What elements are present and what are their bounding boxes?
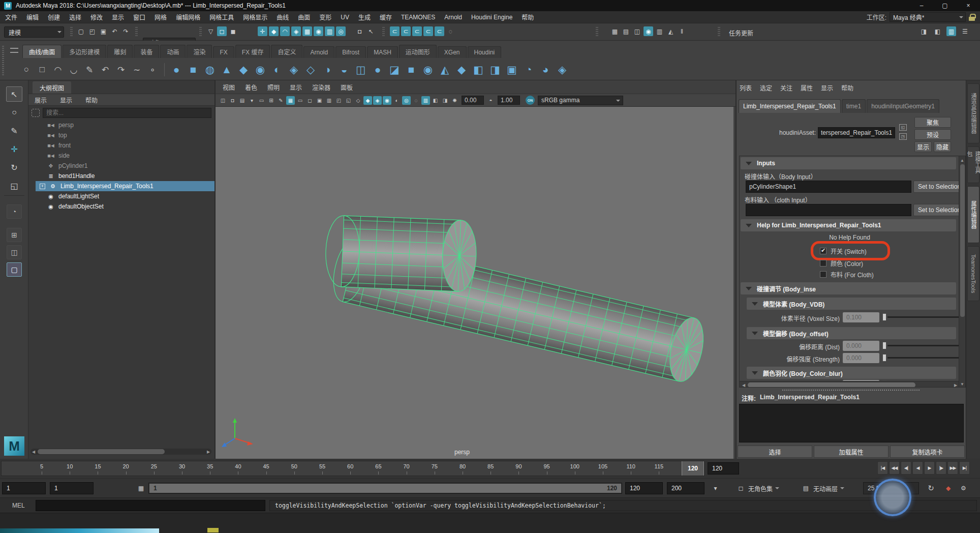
menu-curves[interactable]: 曲线 <box>277 13 289 21</box>
film-gate-icon[interactable]: ▭ <box>296 96 304 105</box>
shelf-tab-bifrost[interactable]: Bifrost <box>335 46 366 58</box>
extrude-icon[interactable]: ◑ <box>321 64 333 76</box>
undo-icon[interactable]: ↶ <box>110 26 119 36</box>
mel-label[interactable]: MEL <box>12 502 25 509</box>
offset-strength-slider-track[interactable] <box>887 357 959 359</box>
sculpt-surface-icon[interactable]: ◔ <box>523 64 535 76</box>
scroll-left-icon[interactable]: ◀ <box>741 382 747 388</box>
menu-cache[interactable]: 缓存 <box>380 13 392 21</box>
focus-button[interactable]: 聚焦 <box>914 117 951 128</box>
step-forward-frame-button[interactable]: ▶▶ <box>947 461 958 475</box>
animation-start-field[interactable]: 1 <box>2 482 46 494</box>
scroll-right-icon[interactable]: ▶ <box>205 449 211 455</box>
select-camera-icon[interactable]: ◫ <box>219 96 227 105</box>
ipr-render-icon[interactable]: ▤ <box>621 26 631 36</box>
menu-surfaces[interactable]: 曲面 <box>298 13 310 21</box>
revolve-icon[interactable]: ◐ <box>271 64 283 76</box>
lock-camera-icon[interactable]: ◘ <box>228 96 237 105</box>
outliner-menu-help[interactable]: 帮助 <box>85 96 98 104</box>
scroll-right-icon[interactable]: ▶ <box>953 382 959 388</box>
ae-tab-houdiniinputgeometry1[interactable]: houdiniInputGeometry1 <box>867 99 939 113</box>
ep-curve-icon[interactable]: ◡ <box>68 64 80 76</box>
workspace-dropdown[interactable]: Maya 经典* <box>890 12 966 22</box>
hide-button[interactable]: 隐藏 <box>934 141 951 152</box>
panel-menu-show[interactable]: 显示 <box>290 83 302 92</box>
panel-menu-shading[interactable]: 着色 <box>245 83 257 92</box>
loft-icon[interactable]: ◈ <box>288 64 300 76</box>
tab-attribute-editor[interactable]: 属性编辑器 <box>967 186 979 243</box>
ae-menu-selected[interactable]: 选定 <box>760 83 772 92</box>
maximize-button[interactable]: ▢ <box>933 0 957 11</box>
nurbs-circle-icon[interactable]: ○ <box>20 64 33 76</box>
arc-2pt-icon[interactable]: ↶ <box>99 64 111 76</box>
trim-tool-icon[interactable]: ◧ <box>472 64 484 76</box>
go-to-start-button[interactable]: |◀ <box>877 461 888 475</box>
render-settings-icon[interactable]: ◫ <box>632 26 642 36</box>
field-chart-icon[interactable]: ▥ <box>325 96 333 105</box>
mask-rendering-icon[interactable]: ▥ <box>325 26 334 36</box>
redo-icon[interactable]: ↷ <box>121 26 131 36</box>
panel-menu-lighting[interactable]: 照明 <box>267 83 280 92</box>
range-slider-track[interactable]: 1 120 <box>148 483 622 494</box>
tab-modeling-toolkit[interactable]: 建模工具包 <box>967 146 979 183</box>
outliner-item-limb-interspersed-repair-tools1[interactable]: +⚙Limb_Interspersed_Repair_Tools1 <box>36 181 215 191</box>
channel-box-toggle-icon[interactable]: ▥ <box>946 26 956 36</box>
outliner-search-input[interactable] <box>43 108 211 118</box>
nurbs-sphere-icon[interactable]: ● <box>170 64 182 76</box>
menu-teamones[interactable]: TEAMONES <box>401 14 435 21</box>
lock-selection-icon[interactable]: ◘ <box>355 26 364 36</box>
help-section-header[interactable]: Help for Limb_Interspersed_Repair_Tools1 <box>741 219 956 231</box>
isolate-select-icon[interactable]: ◧ <box>431 96 440 105</box>
grid-toggle-icon[interactable]: ▦ <box>286 96 295 105</box>
task-update-button[interactable]: 任务更新 <box>729 28 753 37</box>
anti-alias-icon[interactable]: ▥ <box>421 96 430 105</box>
exposure-field[interactable]: 0.00 <box>462 96 484 105</box>
highlight-selection-icon[interactable]: ↖ <box>366 26 376 36</box>
range-slider-icon[interactable]: ▦ <box>136 483 146 493</box>
scrollbar-thumb[interactable] <box>960 164 965 317</box>
mask-joints-icon[interactable]: ◆ <box>269 26 279 36</box>
menu-houdini-engine[interactable]: Houdini Engine <box>471 14 512 21</box>
collision-section-header[interactable]: 碰撞调节 (Body_inse <box>741 282 956 294</box>
outliner-item-defaultlightset[interactable]: ◉defaultLightSet <box>28 191 215 201</box>
add-points-icon[interactable]: ∘ <box>146 64 159 76</box>
outliner-horizontal-scrollbar[interactable]: ◀ ▶ <box>30 449 211 455</box>
select-button[interactable]: 选择 <box>738 446 812 458</box>
animation-end-field[interactable]: 200 <box>667 482 705 494</box>
menu-generate[interactable]: 生成 <box>358 13 371 21</box>
loop-mode-icon[interactable]: ↻ <box>926 483 936 493</box>
arc-3pt-icon[interactable]: ↷ <box>115 64 127 76</box>
shelf-tab-houdini[interactable]: Houdini <box>468 46 502 58</box>
menu-file[interactable]: 文件 <box>5 13 17 21</box>
curve-edit-icon[interactable]: ∼ <box>131 64 143 76</box>
snap-point-icon[interactable]: ⊂ <box>412 26 422 36</box>
cloth-checkbox[interactable] <box>820 271 826 278</box>
surface-editing-icon[interactable]: ◈ <box>556 64 568 76</box>
shelf-tab-custom[interactable]: 自定义 <box>271 45 302 58</box>
show-button[interactable]: 显示 <box>914 141 932 152</box>
bookmarks-icon[interactable]: ▾ <box>248 96 256 105</box>
tool-settings-toggle-icon[interactable]: ◧ <box>933 26 942 36</box>
animation-preferences-icon[interactable]: ⚙ <box>959 483 968 493</box>
align-surface-icon[interactable]: ■ <box>405 64 417 76</box>
panel-menu-panels[interactable]: 面板 <box>341 83 353 92</box>
nurbs-cube-icon[interactable]: ■ <box>187 64 199 76</box>
mask-curves-icon[interactable]: ◠ <box>280 26 290 36</box>
mask-dynamics-icon[interactable]: ◉ <box>314 26 323 36</box>
exposure-icon[interactable]: ✺ <box>450 96 459 105</box>
attach-surface-icon[interactable]: ● <box>372 64 384 76</box>
save-scene-icon[interactable]: ▣ <box>99 26 108 36</box>
panel-menu-view[interactable]: 视图 <box>223 83 235 92</box>
mask-surfaces-icon[interactable]: ◈ <box>291 26 301 36</box>
shelf-tab-fx-caching[interactable]: FX 缓存 <box>235 45 270 58</box>
outliner-menu-display[interactable]: 显示 <box>60 96 72 104</box>
nurbs-cone-icon[interactable]: ▲ <box>221 64 233 76</box>
textured-mode-icon[interactable]: ◈ <box>373 96 382 105</box>
outliner-item-defaultobjectset[interactable]: ◉defaultObjectSet <box>28 201 215 212</box>
motion-blur-icon[interactable]: ◌ <box>412 96 420 105</box>
menu-edit[interactable]: 编辑 <box>26 13 39 21</box>
cv-curve-icon[interactable]: ◠ <box>52 64 64 76</box>
select-component-icon[interactable]: ◼ <box>228 26 238 36</box>
shelf-tab-rendering[interactable]: 渲染 <box>187 45 212 58</box>
lasso-tool-icon[interactable]: ○ <box>6 105 22 120</box>
